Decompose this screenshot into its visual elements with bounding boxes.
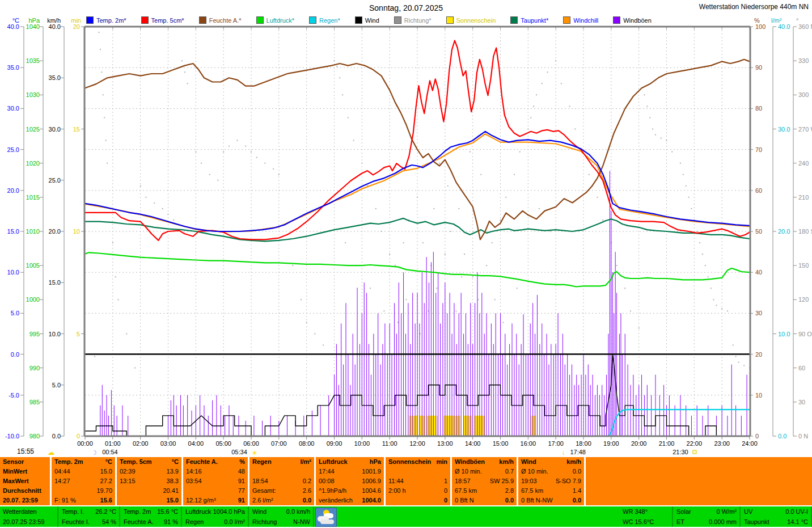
stats-row xyxy=(386,467,450,476)
stats-row: 19:03S-SO 7.9 xyxy=(518,476,584,486)
stats-row: 04:4415.0 xyxy=(52,467,115,476)
stats-cell-label: MinWert xyxy=(3,467,27,476)
series-richtung-dot xyxy=(743,365,745,366)
series-richtung-dot xyxy=(705,265,706,266)
axis-tick-label-hpa: 995 xyxy=(29,331,40,337)
time-label: 15:00 xyxy=(493,440,509,447)
stats-column-divider xyxy=(181,457,183,505)
stats-column-divider xyxy=(314,457,316,505)
axis-tick-label-temp_c: 40.0 xyxy=(7,23,19,30)
series-richtung-dot xyxy=(655,134,656,136)
axis-tick-label-min: 0 xyxy=(77,433,80,440)
series-richtung-dot xyxy=(542,83,543,84)
series-richtung-dot xyxy=(256,157,257,158)
stats-row: 2:00 h0 xyxy=(386,486,450,496)
series-richtung-dot xyxy=(735,356,737,357)
footer-value: 0 W/m² xyxy=(717,507,737,517)
axis-tick-label-pct: 90 xyxy=(755,64,762,71)
series-richtung-dot xyxy=(716,305,717,306)
stats-row: veränderlich1004.0 xyxy=(316,496,384,505)
series-richtung-dot xyxy=(181,60,183,61)
stats-cell-value: 91 xyxy=(238,476,245,486)
annotation-moonrise: 15:55 xyxy=(17,447,34,455)
axis-tick-label-lm2: 30.0 xyxy=(778,126,790,133)
stats-cell-label: 0 Bft N-NW xyxy=(521,496,553,505)
stats-cell-value: 15.0 xyxy=(100,467,112,476)
footer-value: 1004.0 hPa xyxy=(213,507,245,517)
stats-col-temp-5cm: Temp. 5cm°C02:3913.913:1538.320.4115.0 xyxy=(117,457,181,505)
footer-value: 0.0 UV-I xyxy=(785,507,808,517)
series-richtung-dot xyxy=(217,180,218,181)
square-icon xyxy=(693,450,696,454)
series-richtung-dot xyxy=(696,231,697,232)
stats-row: 02:3913.9 xyxy=(117,467,181,476)
stats-row: Regenl/m² xyxy=(249,457,314,467)
series-richtung-dot xyxy=(533,105,534,107)
time-label: 17:00 xyxy=(548,440,564,447)
axis-tick-label-kmh: 30.0 xyxy=(49,126,61,133)
moon-cloud-icon: ☁ xyxy=(48,448,55,457)
stats-row: 20.07. 23:59 xyxy=(0,496,50,505)
series-richtung-dot xyxy=(472,276,473,277)
stats-cell-value: 91 xyxy=(238,496,245,505)
stats-row: Feuchte A.% xyxy=(183,457,248,467)
axis-tick-label-pct: 70 xyxy=(755,146,762,153)
series-richtung-dot xyxy=(348,117,349,118)
series-richtung-dot xyxy=(477,299,479,300)
stats-cell-label: 14:27 xyxy=(54,476,70,486)
footer-label: Temp. I. xyxy=(62,507,84,517)
stats-row: F: 91 %15.6 xyxy=(52,496,115,505)
series-richtung-dot xyxy=(403,242,404,243)
stats-cell-value: km/h xyxy=(499,457,514,467)
axis-tick-label-lm2: 40.0 xyxy=(778,23,790,30)
stats-cell-value: 13.9 xyxy=(167,467,179,476)
axis-tick-label-deg: 270 W xyxy=(798,126,812,133)
footer-row: Feuchte I.54 % xyxy=(59,517,119,527)
series-richtung-dot xyxy=(536,94,537,95)
stats-cell-value: 38.3 xyxy=(167,476,179,486)
time-label: 14:00 xyxy=(465,440,481,447)
stats-row: 0 Bft N-NW0.0 xyxy=(518,496,584,505)
series-richtung-dot xyxy=(458,208,459,209)
series-richtung-dot xyxy=(323,345,324,346)
series-richtung-dot xyxy=(115,276,116,277)
stats-cell-value: 1.4 xyxy=(573,486,581,496)
series-richtung-dot xyxy=(314,333,315,335)
stats-row: Temp. 2m°C xyxy=(52,457,115,467)
footer-row: Regen0.0 l/m² xyxy=(183,517,248,527)
series-richtung-dot xyxy=(589,174,590,175)
series-richtung-dot xyxy=(389,254,390,255)
stats-cell-label: 12.12 g/m³ xyxy=(186,496,216,505)
stats-column-divider xyxy=(115,457,117,505)
series-richtung-dot xyxy=(306,322,307,323)
stats-col-temp-2m: Temp. 2m°C04:4415.014:2727.219.70F: 91 %… xyxy=(52,457,115,505)
stats-cell-label: Feuchte A. xyxy=(186,457,218,467)
axis-tick-label-pct: 50 xyxy=(755,228,762,235)
series-richtung-dot xyxy=(370,288,371,289)
footer-label: UV xyxy=(744,507,752,517)
footer-row: UV0.0 UV-I xyxy=(741,506,811,517)
axis-tick-label-hpa: 1005 xyxy=(26,262,40,269)
time-label: 23:00 xyxy=(714,440,730,447)
time-label: 08:00 xyxy=(299,440,315,447)
stats-cell-value: 0.7 xyxy=(505,467,514,476)
series-richtung-dot xyxy=(112,242,113,243)
series-richtung-dot xyxy=(688,197,690,198)
series-richtung-dot xyxy=(683,174,684,175)
axis-tick-label-pct: 100 xyxy=(755,23,766,30)
series-richtung-dot xyxy=(549,231,551,232)
stats-column-divider xyxy=(584,457,586,505)
series-richtung-dot xyxy=(339,77,340,78)
stats-cell-value: S-SO 7.9 xyxy=(556,476,581,486)
axis-tick-label-temp_c: -5.0 xyxy=(9,392,19,399)
series-richtung-dot xyxy=(574,129,576,130)
time-label: 16:00 xyxy=(521,440,536,447)
stats-cell-label: veränderlich xyxy=(319,496,353,505)
time-label: 04:00 xyxy=(188,440,204,447)
series-richtung-dot xyxy=(702,254,703,255)
series-richtung-dot xyxy=(98,32,99,33)
footer-label: Feuchte I. xyxy=(62,517,90,527)
axis-tick-label-kmh: 40.0 xyxy=(49,23,61,30)
axis-tick-label-temp_c: 0.0 xyxy=(11,351,19,358)
series-richtung-dot xyxy=(345,242,346,243)
